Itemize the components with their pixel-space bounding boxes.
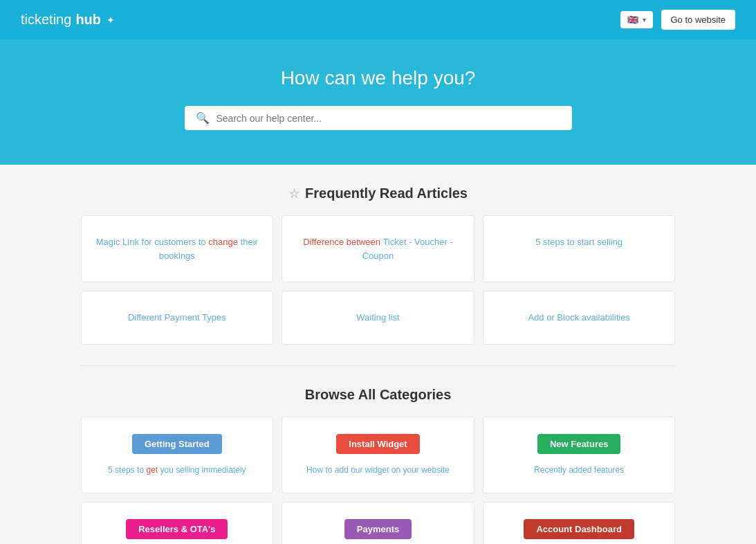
star-icon: ☆ (288, 186, 299, 201)
category-card-install-widget[interactable]: Install Widget How to add our widget on … (282, 417, 474, 493)
account-dashboard-button[interactable]: Account Dashboard (524, 519, 634, 539)
install-widget-desc: How to add our widget on your website (293, 464, 463, 476)
article-card[interactable]: Magic Link for customers to change their… (81, 215, 274, 282)
payments-button[interactable]: Payments (344, 519, 412, 539)
header: ticketinghub ✦ 🇬🇧 ▾ Go to website (0, 0, 756, 39)
article-link[interactable]: Difference between Ticket - Voucher - Co… (303, 237, 453, 261)
article-card[interactable]: Different Payment Types (81, 291, 274, 345)
flag-icon: 🇬🇧 (627, 15, 638, 25)
resellers-button[interactable]: Resellers & OTA's (126, 519, 228, 539)
language-selector[interactable]: 🇬🇧 ▾ (620, 11, 653, 28)
new-features-desc: Recently added features (495, 464, 664, 476)
browse-categories-section: Browse All Categories Getting Started 5 … (81, 387, 676, 545)
article-card[interactable]: Difference between Ticket - Voucher - Co… (282, 215, 474, 282)
frequently-read-section: ☆ Frequently Read Articles Magic Link fo… (81, 185, 676, 345)
articles-grid: Magic Link for customers to change their… (81, 215, 676, 345)
article-card[interactable]: Add or Block availabilities (483, 291, 676, 345)
new-features-button[interactable]: New Features (537, 434, 621, 454)
article-link[interactable]: Waiting list (356, 312, 399, 323)
lang-arrow-icon: ▾ (643, 16, 646, 24)
article-link[interactable]: Add or Block availabilities (528, 312, 629, 323)
install-widget-button[interactable]: Install Widget (336, 434, 419, 454)
category-card-payments[interactable]: Payments Integrate your prefered payment… (282, 502, 474, 545)
browse-title: Browse All Categories (81, 387, 676, 403)
go-to-website-button[interactable]: Go to website (661, 10, 736, 30)
categories-grid: Getting Started 5 steps to get you selli… (81, 417, 676, 545)
search-icon: 🔍 (196, 111, 210, 125)
article-card[interactable]: 5 steps to start selling (483, 215, 676, 282)
category-card-getting-started[interactable]: Getting Started 5 steps to get you selli… (81, 417, 274, 493)
hero-section: How can we help you? 🔍 (0, 39, 756, 165)
header-right: 🇬🇧 ▾ Go to website (620, 10, 736, 30)
section-divider (81, 365, 676, 366)
article-link[interactable]: 5 steps to start selling (535, 237, 623, 247)
logo-bold-text: hub (75, 12, 101, 28)
getting-started-button[interactable]: Getting Started (132, 434, 222, 454)
frequently-read-title: ☆ Frequently Read Articles (81, 185, 676, 201)
search-bar: 🔍 (185, 106, 572, 130)
article-link[interactable]: Magic Link for customers to change their… (96, 237, 258, 261)
category-card-new-features[interactable]: New Features Recently added features (483, 417, 676, 493)
main-content: ☆ Frequently Read Articles Magic Link fo… (67, 165, 690, 544)
category-card-account-dashboard[interactable]: Account Dashboard This is your Ticketing… (483, 502, 676, 545)
category-card-resellers[interactable]: Resellers & OTA's How to add resellers a… (81, 502, 274, 545)
hero-title: How can we help you? (14, 67, 742, 89)
getting-started-desc: 5 steps to get you selling immediately (93, 464, 262, 476)
search-input[interactable] (216, 113, 561, 124)
logo-light-text: ticketing (21, 12, 71, 28)
logo-star-icon: ✦ (107, 15, 115, 26)
logo: ticketinghub ✦ (21, 12, 115, 28)
article-card[interactable]: Waiting list (282, 291, 474, 345)
article-link[interactable]: Different Payment Types (128, 312, 226, 323)
